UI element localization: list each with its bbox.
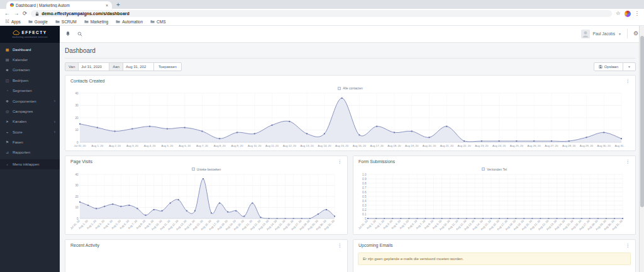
sidebar-item-menu-inklappen[interactable]: ‹Menu inklappen	[0, 159, 60, 169]
svg-text:Aug 2, 20: Aug 2, 20	[109, 144, 121, 147]
charts-row: Page Visits ⋮ Unieke bezoeken 010203040J…	[65, 156, 636, 235]
save-dashboard-button[interactable]: Opslaan	[594, 62, 623, 71]
sidebar-item-contacten[interactable]: ☻Contacten	[0, 65, 60, 75]
bookmark-cms[interactable]: CMS	[150, 20, 165, 24]
svg-text:Aug 5, 20: Aug 5, 20	[161, 144, 173, 147]
save-label: Opslaan	[604, 65, 618, 69]
date-filter-toolbar: Van Aan Toepassen Opslaan ▼	[65, 62, 636, 71]
svg-text:30: 30	[75, 184, 79, 187]
date-from-input[interactable]	[78, 62, 109, 71]
chart-legend[interactable]: Verzonden Tel	[357, 167, 631, 171]
sidebar-item-kanalen[interactable]: ➤Kanalen›	[0, 116, 60, 127]
user-menu-caret-icon[interactable]: ▼	[618, 32, 621, 36]
notifications-bell-icon[interactable]	[65, 31, 70, 37]
chevron-right-icon: ›	[54, 120, 55, 124]
bookmark-scrum[interactable]: SCRUM	[55, 20, 77, 24]
svg-text:10: 10	[75, 128, 79, 132]
svg-text:Aug 27, 20: Aug 27, 20	[545, 144, 558, 147]
panel-title: Upcoming Emails	[358, 243, 392, 247]
date-to-input[interactable]	[123, 62, 154, 71]
bookmark-marketing[interactable]: Marketing	[84, 20, 109, 24]
save-dropdown-button[interactable]: ▼	[623, 62, 636, 71]
sidebar-item-dashboard[interactable]: ▦Dashboard	[0, 45, 60, 55]
page-visits-chart: 010203040Jul 31, 20Aug 1, 20Aug 2, 20Aug…	[69, 172, 343, 232]
panel-menu-icon[interactable]: ⋮	[626, 79, 631, 84]
svg-text:Aug 23, 20: Aug 23, 20	[475, 144, 489, 147]
sidebar-item-fasen[interactable]: ⚑Fasen	[0, 137, 60, 147]
sidebar-item-bedrijven[interactable]: ◫Bedrijven	[0, 76, 60, 86]
bookmark-label: SCRUM	[62, 20, 77, 24]
sidebar-item-componenten[interactable]: ❖Componenten›	[0, 96, 60, 106]
back-icon[interactable]: ←	[4, 11, 10, 16]
svg-text:Aug 8, 20: Aug 8, 20	[214, 144, 226, 147]
svg-text:1.0: 1.0	[362, 173, 367, 176]
campaigns-icon: ◎	[5, 110, 9, 113]
panel-menu-icon[interactable]: ⋮	[338, 159, 343, 164]
panel-menu-icon[interactable]: ⋮	[338, 243, 343, 248]
legend-label: Alle contacten	[343, 86, 362, 90]
logo-tagline: marketing automation services	[12, 36, 47, 38]
sidebar-item-rapporten[interactable]: ⊿Rapporten	[0, 147, 60, 157]
svg-text:0.4: 0.4	[362, 199, 367, 202]
new-tab-button[interactable]: +	[116, 1, 120, 8]
scrollbar-thumb[interactable]	[640, 36, 644, 207]
sidebar-item-label: Campagnes	[13, 110, 33, 113]
app-logo[interactable]: EFFECTY marketing automation services	[0, 26, 60, 43]
svg-text:Aug 20, 20: Aug 20, 20	[423, 144, 436, 147]
sidebar-item-score[interactable]: ◒Score›	[0, 127, 60, 137]
sidebar-item-label: Contacten	[13, 68, 30, 72]
page-title: Dashboard	[65, 47, 636, 59]
chevron-right-icon: ›	[54, 99, 55, 103]
svg-text:0.5: 0.5	[362, 195, 367, 198]
app-window: EFFECTY marketing automation services ▦D…	[0, 26, 644, 272]
svg-text:0: 0	[77, 141, 79, 144]
panel-menu-icon[interactable]: ⋮	[626, 243, 631, 248]
sidebar-item-segmenten[interactable]: ◔Segmenten	[0, 86, 60, 96]
browser-profile-avatar[interactable]	[625, 11, 631, 17]
browser-menu-icon[interactable]: ⋮	[635, 11, 640, 16]
svg-text:Aug 12, 20: Aug 12, 20	[283, 144, 297, 147]
settings-gear-icon[interactable]: ⚙	[633, 31, 638, 37]
date-from-label: Van	[65, 62, 79, 71]
user-avatar[interactable]	[581, 30, 590, 38]
svg-text:Aug 21, 20: Aug 21, 20	[440, 144, 454, 147]
svg-text:Aug 22, 20: Aug 22, 20	[457, 144, 471, 147]
forward-icon[interactable]: →	[14, 11, 19, 16]
svg-text:Aug 6, 20: Aug 6, 20	[179, 144, 191, 147]
sidebar-item-campagnes[interactable]: ◎Campagnes	[0, 106, 60, 116]
form-submissions-chart: 00.10.20.30.40.50.60.70.80.91.0Jul 31, 2…	[357, 172, 631, 232]
legend-checkbox-icon	[338, 87, 341, 90]
bookmark-automation[interactable]: Automation	[116, 20, 143, 24]
save-icon	[599, 65, 602, 69]
page-scrollbar[interactable]	[639, 26, 644, 272]
panel-contacts-created: Contacts Created ⋮ Alle contacten 010203…	[65, 75, 636, 152]
svg-text:0.2: 0.2	[362, 208, 367, 211]
sidebar-item-label: Bedrijven	[13, 79, 28, 82]
chart-legend[interactable]: Unieke bezoeken	[69, 167, 343, 171]
address-bar[interactable]: demo.effectycampaigns.com/s/dashboard	[31, 10, 612, 17]
sidebar-item-kalender[interactable]: ▤Kalender	[0, 55, 60, 65]
sidebar-item-label: Componenten	[13, 99, 36, 103]
user-name[interactable]: Paul Jacobs	[593, 31, 615, 36]
svg-text:Aug 16, 20: Aug 16, 20	[353, 144, 367, 147]
apply-button[interactable]: Toepassen	[153, 62, 182, 71]
svg-text:0.7: 0.7	[362, 186, 367, 189]
chart-legend[interactable]: Alle contacten	[69, 86, 631, 90]
search-icon[interactable]	[77, 31, 82, 37]
segments-icon: ◔	[5, 89, 9, 93]
main-area: Paul Jacobs ▼ ⚙ Dashboard Van Aan Toepas…	[60, 26, 644, 272]
panel-menu-icon[interactable]: ⋮	[626, 159, 631, 164]
browser-tab[interactable]: Dashboard | Marketing Autom ×	[6, 1, 112, 9]
bookmark-google[interactable]: Google	[28, 20, 48, 24]
svg-text:Aug 1, 20: Aug 1, 20	[91, 144, 103, 147]
svg-text:40: 40	[75, 173, 79, 176]
svg-text:Aug 14, 20: Aug 14, 20	[318, 144, 331, 147]
refresh-icon[interactable]: ⟳	[23, 11, 27, 16]
bookmark-star-icon[interactable]: ☆	[616, 11, 621, 16]
bookmark-apps[interactable]: Apps	[6, 20, 21, 24]
logo-title: EFFECTY	[21, 30, 47, 35]
sidebar-menu: ▦Dashboard▤Kalender☻Contacten◫Bedrijven◔…	[0, 43, 60, 272]
panel-form-submissions: Form Submissions ⋮ Verzonden Tel 00.10.2…	[353, 156, 636, 235]
close-tab-icon[interactable]: ×	[106, 3, 108, 8]
browser-toolbar: ← → ⟳ demo.effectycampaigns.com/s/dashbo…	[0, 9, 644, 18]
